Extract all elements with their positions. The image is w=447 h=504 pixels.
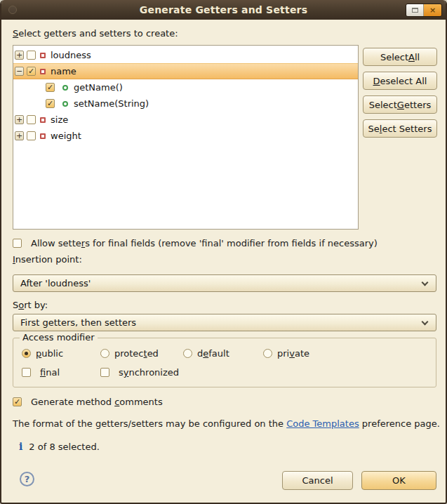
- titlebar[interactable]: Generate Getters and Setters ×: [0, 0, 447, 20]
- tree-row-name[interactable]: − ✓ name: [13, 63, 358, 79]
- radio-public-row: public: [22, 348, 63, 359]
- tree-row-size[interactable]: + size: [13, 112, 358, 128]
- protected-radio[interactable]: [100, 349, 109, 358]
- tree-row-loudness[interactable]: + loudness: [13, 47, 358, 63]
- status-text: 2 of 8 selected.: [29, 442, 99, 452]
- public-label: public: [36, 348, 63, 359]
- insertion-point-select[interactable]: After 'loudness': [13, 274, 436, 292]
- collapse-icon[interactable]: −: [15, 67, 24, 76]
- final-row: final: [22, 367, 60, 378]
- generate-getters-setters-dialog: Generate Getters and Setters × Select ge…: [0, 0, 447, 504]
- default-label: default: [197, 348, 229, 359]
- insertion-point-label: Insertion point:: [13, 254, 82, 265]
- access-modifier-group: Access modifier public protected default…: [13, 338, 436, 387]
- checkbox-weight[interactable]: [27, 131, 36, 140]
- radio-protected-row: protected: [100, 348, 159, 359]
- final-label: final: [40, 367, 60, 378]
- getters-setters-tree[interactable]: + loudness − ✓ name ✓ getName() ✓ se: [13, 45, 359, 230]
- cancel-button[interactable]: Cancel: [282, 471, 353, 490]
- deselect-all-button[interactable]: Deselect All: [363, 72, 437, 90]
- field-icon: [40, 117, 46, 123]
- checkbox-getname[interactable]: ✓: [46, 83, 55, 92]
- method-icon: [62, 101, 68, 107]
- check-icon: ✓: [47, 84, 53, 91]
- public-radio[interactable]: [22, 349, 31, 358]
- checkbox-setname[interactable]: ✓: [46, 99, 55, 108]
- window-title: Generate Getters and Setters: [140, 4, 307, 15]
- tree-row-label: name: [51, 66, 76, 77]
- protected-label: protected: [114, 348, 159, 359]
- tree-row-label: loudness: [51, 50, 91, 60]
- close-button[interactable]: ×: [424, 4, 441, 16]
- generate-comments-checkbox[interactable]: ✓: [13, 397, 22, 406]
- maximize-button[interactable]: [406, 4, 424, 16]
- method-icon: [62, 85, 68, 91]
- synchronized-row: synchronized: [100, 367, 179, 378]
- format-note-prefix: The format of the getters/setters may be…: [13, 418, 286, 429]
- window-menu-icon[interactable]: [8, 6, 17, 14]
- help-icon: ?: [25, 474, 30, 484]
- help-button[interactable]: ?: [20, 472, 34, 486]
- format-note: The format of the getters/setters may be…: [13, 418, 440, 429]
- access-modifier-legend: Access modifier: [20, 332, 98, 343]
- status-line: i 2 of 8 selected.: [19, 441, 100, 452]
- checkbox-name[interactable]: ✓: [27, 67, 36, 76]
- radio-private-row: private: [263, 348, 309, 359]
- format-note-suffix: preference page.: [359, 418, 440, 429]
- tree-row-label: weight: [51, 131, 81, 141]
- sort-by-label: Sort by:: [13, 300, 48, 310]
- check-icon: ✓: [28, 67, 34, 75]
- check-icon: ✓: [14, 398, 20, 406]
- expand-icon[interactable]: +: [15, 115, 24, 124]
- insertion-point-value: After 'loudness': [20, 278, 91, 289]
- expand-icon[interactable]: +: [15, 51, 24, 60]
- tree-row-label: setName(String): [74, 98, 149, 109]
- checkbox-loudness[interactable]: [27, 51, 36, 60]
- final-checkbox[interactable]: [22, 368, 31, 377]
- tree-row-setname[interactable]: ✓ setName(String): [13, 95, 358, 112]
- select-setters-button[interactable]: Select Setters: [363, 119, 437, 138]
- default-radio[interactable]: [183, 349, 192, 358]
- code-templates-link[interactable]: Code Templates: [286, 418, 359, 429]
- allow-setters-checkbox[interactable]: [13, 239, 22, 248]
- private-label: private: [277, 348, 309, 359]
- info-icon: i: [19, 441, 22, 452]
- select-all-button[interactable]: Select All: [363, 48, 437, 66]
- tree-row-getname[interactable]: ✓ getName(): [13, 79, 358, 95]
- ok-button[interactable]: OK: [361, 471, 436, 490]
- field-icon: [40, 53, 46, 58]
- generate-comments-row: ✓ Generate method comments: [13, 397, 163, 407]
- sort-by-value: First getters, then setters: [20, 317, 136, 328]
- tree-row-label: size: [51, 114, 68, 125]
- allow-setters-row: Allow setters for final fields (remove '…: [13, 238, 378, 248]
- field-icon: [40, 69, 46, 74]
- radio-default-row: default: [183, 348, 229, 359]
- window-controls: ×: [406, 4, 442, 17]
- chevron-down-icon: [422, 279, 429, 286]
- select-getters-button[interactable]: Select Getters: [363, 95, 437, 114]
- tree-row-label: getName(): [74, 82, 123, 93]
- close-icon: ×: [429, 6, 436, 14]
- expand-icon[interactable]: +: [15, 131, 24, 140]
- check-icon: ✓: [47, 100, 53, 107]
- generate-comments-label: Generate method comments: [31, 397, 163, 407]
- private-radio[interactable]: [263, 349, 272, 358]
- allow-setters-label: Allow setters for final fields (remove '…: [31, 238, 378, 248]
- synchronized-checkbox[interactable]: [100, 368, 109, 377]
- sort-by-select[interactable]: First getters, then setters: [13, 314, 436, 331]
- checkbox-size[interactable]: [27, 115, 36, 124]
- tree-row-weight[interactable]: + weight: [13, 128, 358, 144]
- maximize-icon: [412, 8, 418, 13]
- synchronized-label: synchronized: [119, 367, 179, 378]
- tree-section-label: Select getters and setters to create:: [13, 28, 178, 39]
- chevron-down-icon: [422, 319, 429, 326]
- field-icon: [40, 133, 46, 139]
